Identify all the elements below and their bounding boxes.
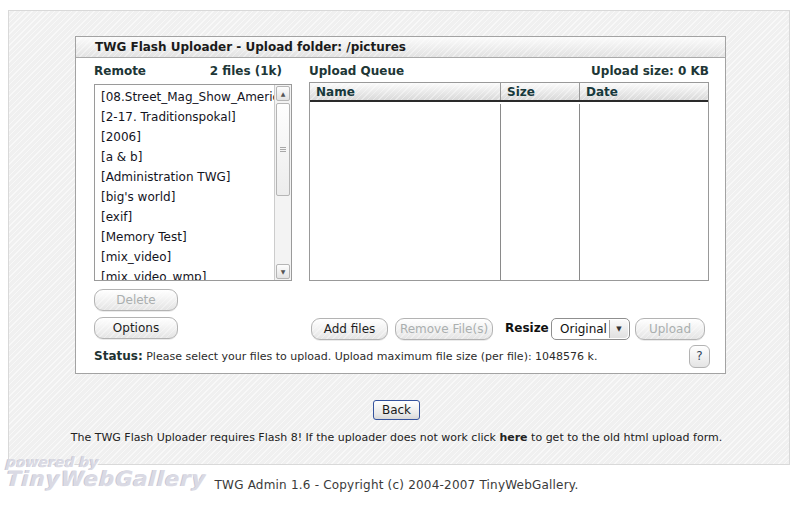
folder-list-item[interactable]: [Memory Test] xyxy=(95,227,274,247)
scrollbar-thumb[interactable] xyxy=(276,103,290,196)
upload-button[interactable]: Upload xyxy=(635,318,705,340)
upload-queue-table: NameSizeDate xyxy=(309,82,709,281)
folder-list-item[interactable]: [exif] xyxy=(95,207,274,227)
scroll-up-icon[interactable]: ▲ xyxy=(276,86,290,101)
folder-list-item[interactable]: [mix_video] xyxy=(95,247,274,267)
remove-files-button[interactable]: Remove File(s) xyxy=(395,318,493,340)
delete-button[interactable]: Delete xyxy=(94,289,178,311)
status-label: Status: xyxy=(94,349,143,363)
resize-selected-value: Original xyxy=(560,319,607,339)
scroll-down-icon[interactable]: ▼ xyxy=(276,264,290,279)
folder-list-item[interactable]: [08.Street_Mag_Show_American xyxy=(95,87,274,107)
column-divider xyxy=(500,104,501,280)
folder-list-item[interactable]: [a & b] xyxy=(95,147,274,167)
scrollbar-grip-icon xyxy=(280,147,286,153)
chevron-down-icon[interactable]: ▼ xyxy=(609,320,628,338)
folder-list-item[interactable]: [2006] xyxy=(95,127,274,147)
status-row: Status: Please select your files to uplo… xyxy=(94,349,597,363)
options-button[interactable]: Options xyxy=(94,317,178,339)
panel-titlebar: TWG Flash Uploader - Upload folder: /pic… xyxy=(76,37,725,58)
listbox-scrollbar[interactable]: ▲ ▼ xyxy=(274,85,291,280)
column-divider xyxy=(579,104,580,280)
remote-folder-listbox[interactable]: [08.Street_Mag_Show_American[2-17. Tradi… xyxy=(94,84,292,281)
add-files-button[interactable]: Add files xyxy=(311,318,388,340)
notice-here-link[interactable]: here xyxy=(499,431,527,444)
upload-size-label: Upload size: 0 KB xyxy=(309,64,709,78)
flash-notice: The TWG Flash Uploader requires Flash 8!… xyxy=(0,431,793,444)
notice-text-before: The TWG Flash Uploader requires Flash 8!… xyxy=(71,431,500,444)
copyright-text: TWG Admin 1.6 - Copyright (c) 2004-2007 … xyxy=(0,478,793,492)
uploader-panel: TWG Flash Uploader - Upload folder: /pic… xyxy=(75,36,726,374)
panel-title: TWG Flash Uploader - Upload folder: /pic… xyxy=(95,40,406,54)
resize-label: Resize xyxy=(505,321,549,335)
status-text: Please select your files to upload. Uplo… xyxy=(146,350,597,363)
notice-text-after: to get to the old html upload form. xyxy=(528,431,723,444)
folder-list-item[interactable]: [big's world] xyxy=(95,187,274,207)
folder-list-item[interactable]: [2-17. Traditionspokal] xyxy=(95,107,274,127)
help-button[interactable]: ? xyxy=(689,345,710,368)
back-button[interactable]: Back xyxy=(373,400,420,420)
queue-header-row: NameSizeDate xyxy=(310,83,708,102)
resize-dropdown[interactable]: Original ▼ xyxy=(551,318,630,340)
queue-column-header[interactable]: Date xyxy=(579,83,708,100)
folder-list-item[interactable]: [Administration TWG] xyxy=(95,167,274,187)
queue-column-header[interactable]: Size xyxy=(500,83,579,100)
queue-column-header[interactable]: Name xyxy=(310,83,500,100)
folder-list-item[interactable]: [mix_video_wmp] xyxy=(95,267,274,280)
remote-folder-list: [08.Street_Mag_Show_American[2-17. Tradi… xyxy=(95,87,274,280)
remote-file-count: 2 files (1k) xyxy=(94,64,282,78)
